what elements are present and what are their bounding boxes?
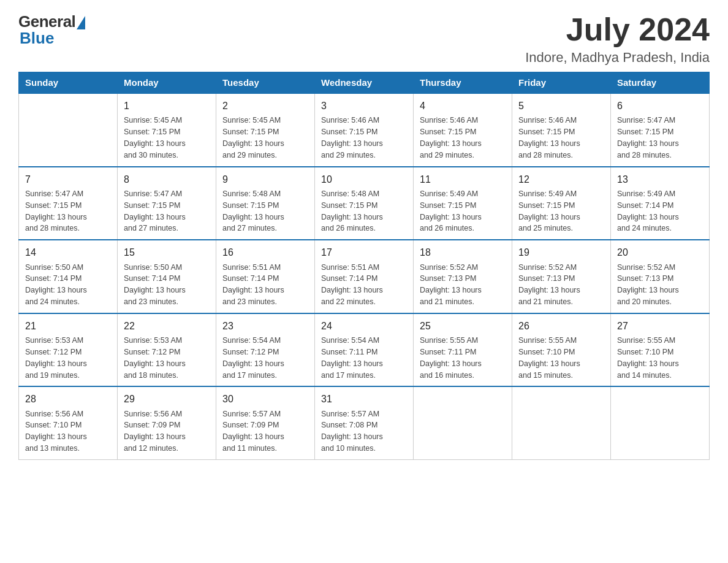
day-number: 5 — [518, 99, 604, 113]
day-info: Sunrise: 5:50 AM Sunset: 7:14 PM Dayligh… — [25, 263, 87, 307]
calendar-header: SundayMondayTuesdayWednesdayThursdayFrid… — [19, 72, 710, 94]
day-number: 16 — [222, 245, 308, 259]
calendar-cell: 29Sunrise: 5:56 AM Sunset: 7:09 PM Dayli… — [118, 386, 216, 459]
day-number: 3 — [321, 99, 407, 113]
day-info: Sunrise: 5:53 AM Sunset: 7:12 PM Dayligh… — [124, 336, 186, 380]
calendar-cell: 23Sunrise: 5:54 AM Sunset: 7:12 PM Dayli… — [216, 313, 315, 387]
day-info: Sunrise: 5:47 AM Sunset: 7:15 PM Dayligh… — [124, 190, 186, 233]
day-info: Sunrise: 5:56 AM Sunset: 7:09 PM Dayligh… — [124, 410, 186, 453]
day-info: Sunrise: 5:49 AM Sunset: 7:15 PM Dayligh… — [518, 190, 580, 233]
calendar-cell: 13Sunrise: 5:49 AM Sunset: 7:14 PM Dayli… — [611, 167, 710, 240]
calendar-cell: 6Sunrise: 5:47 AM Sunset: 7:15 PM Daylig… — [611, 93, 710, 167]
calendar-cell: 20Sunrise: 5:52 AM Sunset: 7:13 PM Dayli… — [611, 240, 710, 313]
calendar-cell: 4Sunrise: 5:46 AM Sunset: 7:15 PM Daylig… — [414, 93, 512, 167]
calendar-week-1: 7Sunrise: 5:47 AM Sunset: 7:15 PM Daylig… — [19, 167, 710, 240]
day-number: 19 — [518, 245, 604, 259]
calendar-week-4: 28Sunrise: 5:56 AM Sunset: 7:10 PM Dayli… — [19, 386, 710, 459]
calendar-cell: 22Sunrise: 5:53 AM Sunset: 7:12 PM Dayli… — [118, 313, 216, 387]
day-number: 4 — [420, 99, 506, 113]
month-title: July 2024 — [525, 12, 710, 47]
calendar-week-2: 14Sunrise: 5:50 AM Sunset: 7:14 PM Dayli… — [19, 240, 710, 313]
calendar-cell: 3Sunrise: 5:46 AM Sunset: 7:15 PM Daylig… — [315, 93, 414, 167]
day-number: 17 — [321, 245, 407, 259]
calendar-cell: 11Sunrise: 5:49 AM Sunset: 7:15 PM Dayli… — [414, 167, 512, 240]
day-number: 9 — [222, 172, 308, 186]
calendar-cell: 8Sunrise: 5:47 AM Sunset: 7:15 PM Daylig… — [118, 167, 216, 240]
calendar-table: SundayMondayTuesdayWednesdayThursdayFrid… — [18, 72, 710, 460]
day-info: Sunrise: 5:48 AM Sunset: 7:15 PM Dayligh… — [321, 190, 383, 233]
calendar-body: 1Sunrise: 5:45 AM Sunset: 7:15 PM Daylig… — [19, 93, 710, 459]
day-number: 12 — [518, 172, 604, 186]
day-info: Sunrise: 5:56 AM Sunset: 7:10 PM Dayligh… — [25, 410, 87, 453]
calendar-cell: 30Sunrise: 5:57 AM Sunset: 7:09 PM Dayli… — [216, 386, 315, 459]
day-number: 26 — [518, 319, 604, 333]
calendar-cell: 5Sunrise: 5:46 AM Sunset: 7:15 PM Daylig… — [512, 93, 611, 167]
day-header-wednesday: Wednesday — [315, 72, 414, 94]
calendar-cell: 9Sunrise: 5:48 AM Sunset: 7:15 PM Daylig… — [216, 167, 315, 240]
calendar-cell: 10Sunrise: 5:48 AM Sunset: 7:15 PM Dayli… — [315, 167, 414, 240]
day-info: Sunrise: 5:47 AM Sunset: 7:15 PM Dayligh… — [25, 190, 87, 233]
calendar-cell: 16Sunrise: 5:51 AM Sunset: 7:14 PM Dayli… — [216, 240, 315, 313]
calendar-cell: 2Sunrise: 5:45 AM Sunset: 7:15 PM Daylig… — [216, 93, 315, 167]
title-area: July 2024 Indore, Madhya Pradesh, India — [525, 12, 710, 66]
calendar-cell: 12Sunrise: 5:49 AM Sunset: 7:15 PM Dayli… — [512, 167, 611, 240]
day-number: 20 — [617, 245, 703, 259]
day-header-saturday: Saturday — [611, 72, 710, 94]
logo-triangle-icon — [77, 16, 85, 29]
calendar-cell — [512, 386, 611, 459]
day-info: Sunrise: 5:57 AM Sunset: 7:09 PM Dayligh… — [222, 410, 284, 453]
day-info: Sunrise: 5:57 AM Sunset: 7:08 PM Dayligh… — [321, 410, 383, 453]
day-header-tuesday: Tuesday — [216, 72, 315, 94]
calendar-cell — [414, 386, 512, 459]
day-number: 23 — [222, 319, 308, 333]
calendar-cell: 27Sunrise: 5:55 AM Sunset: 7:10 PM Dayli… — [611, 313, 710, 387]
day-info: Sunrise: 5:55 AM Sunset: 7:10 PM Dayligh… — [617, 336, 679, 380]
calendar-week-3: 21Sunrise: 5:53 AM Sunset: 7:12 PM Dayli… — [19, 313, 710, 387]
day-info: Sunrise: 5:51 AM Sunset: 7:14 PM Dayligh… — [222, 263, 284, 307]
calendar-cell: 25Sunrise: 5:55 AM Sunset: 7:11 PM Dayli… — [414, 313, 512, 387]
day-number: 29 — [124, 392, 210, 406]
day-info: Sunrise: 5:55 AM Sunset: 7:11 PM Dayligh… — [420, 336, 482, 380]
day-number: 11 — [420, 172, 506, 186]
calendar-cell: 15Sunrise: 5:50 AM Sunset: 7:14 PM Dayli… — [118, 240, 216, 313]
day-info: Sunrise: 5:50 AM Sunset: 7:14 PM Dayligh… — [124, 263, 186, 307]
day-number: 2 — [222, 99, 308, 113]
day-headers-row: SundayMondayTuesdayWednesdayThursdayFrid… — [19, 72, 710, 94]
day-info: Sunrise: 5:53 AM Sunset: 7:12 PM Dayligh… — [25, 336, 87, 380]
day-number: 1 — [124, 99, 210, 113]
day-number: 27 — [617, 319, 703, 333]
logo-blue-text: Blue — [20, 29, 54, 48]
day-number: 28 — [25, 392, 111, 406]
day-number: 24 — [321, 319, 407, 333]
day-info: Sunrise: 5:46 AM Sunset: 7:15 PM Dayligh… — [420, 116, 482, 159]
calendar-cell: 1Sunrise: 5:45 AM Sunset: 7:15 PM Daylig… — [118, 93, 216, 167]
day-number: 6 — [617, 99, 703, 113]
day-info: Sunrise: 5:46 AM Sunset: 7:15 PM Dayligh… — [321, 116, 383, 159]
day-info: Sunrise: 5:49 AM Sunset: 7:14 PM Dayligh… — [617, 190, 679, 233]
day-info: Sunrise: 5:52 AM Sunset: 7:13 PM Dayligh… — [518, 263, 580, 307]
logo: General Blue — [18, 12, 85, 48]
day-info: Sunrise: 5:54 AM Sunset: 7:12 PM Dayligh… — [222, 336, 284, 380]
calendar-week-0: 1Sunrise: 5:45 AM Sunset: 7:15 PM Daylig… — [19, 93, 710, 167]
calendar-cell: 17Sunrise: 5:51 AM Sunset: 7:14 PM Dayli… — [315, 240, 414, 313]
day-number: 10 — [321, 172, 407, 186]
day-header-sunday: Sunday — [19, 72, 118, 94]
day-info: Sunrise: 5:55 AM Sunset: 7:10 PM Dayligh… — [518, 336, 580, 380]
day-info: Sunrise: 5:51 AM Sunset: 7:14 PM Dayligh… — [321, 263, 383, 307]
day-number: 14 — [25, 245, 111, 259]
day-header-monday: Monday — [118, 72, 216, 94]
day-number: 30 — [222, 392, 308, 406]
day-number: 13 — [617, 172, 703, 186]
day-number: 7 — [25, 172, 111, 186]
calendar-cell: 24Sunrise: 5:54 AM Sunset: 7:11 PM Dayli… — [315, 313, 414, 387]
day-number: 25 — [420, 319, 506, 333]
calendar-cell: 14Sunrise: 5:50 AM Sunset: 7:14 PM Dayli… — [19, 240, 118, 313]
day-info: Sunrise: 5:45 AM Sunset: 7:15 PM Dayligh… — [124, 116, 186, 159]
day-number: 22 — [124, 319, 210, 333]
day-info: Sunrise: 5:49 AM Sunset: 7:15 PM Dayligh… — [420, 190, 482, 233]
calendar-cell: 19Sunrise: 5:52 AM Sunset: 7:13 PM Dayli… — [512, 240, 611, 313]
calendar-cell: 18Sunrise: 5:52 AM Sunset: 7:13 PM Dayli… — [414, 240, 512, 313]
calendar-cell — [611, 386, 710, 459]
location-text: Indore, Madhya Pradesh, India — [525, 50, 710, 66]
day-info: Sunrise: 5:45 AM Sunset: 7:15 PM Dayligh… — [222, 116, 284, 159]
